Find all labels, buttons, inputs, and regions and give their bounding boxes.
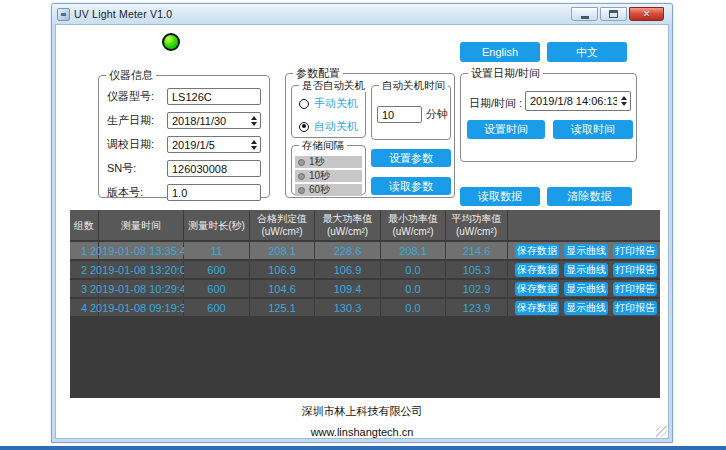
calibration-date-label: 调校日期: (107, 137, 167, 152)
auto-off-time-field[interactable] (378, 107, 421, 122)
cell-qualified-value: 125.1 (250, 299, 314, 316)
version-field[interactable] (168, 185, 260, 200)
cell-actions: 保存数据显示曲线打印报告 (508, 299, 660, 316)
device-model-field[interactable] (168, 89, 260, 104)
spinner-down-icon (621, 102, 627, 106)
production-date-row: 生产日期: (107, 112, 261, 129)
serial-number-field[interactable] (168, 161, 260, 176)
cell-max-power: 228.6 (315, 242, 380, 259)
spinner-up-icon (251, 140, 257, 144)
chinese-language-button[interactable]: 中文 (547, 42, 627, 62)
header-actions (508, 210, 660, 240)
table-row[interactable]: 1 2019-01-08 13:35:47 11 208.1 228.6 208… (70, 242, 660, 259)
auto-off-mode-title: 是否自动关机 (299, 79, 368, 92)
device-info-rows: 仪器型号: 生产日期: 调校日期: SN号: (99, 76, 269, 201)
cell-avg-power: 102.9 (446, 280, 507, 297)
spinner-down-icon (251, 122, 257, 126)
cell-min-power: 0.0 (381, 261, 445, 278)
read-data-button[interactable]: 读取数据 (460, 187, 540, 206)
calibration-date-row: 调校日期: (107, 136, 261, 153)
save-data-button[interactable]: 保存数据 (515, 263, 559, 277)
titlebar[interactable]: UV Light Meter V1.0 ✕ (52, 4, 672, 24)
read-time-button[interactable]: 读取时间 (553, 120, 633, 139)
cell-measure-time: 2019-01-08 10:29:40 (99, 280, 183, 297)
production-date-field[interactable] (168, 113, 247, 128)
set-time-button[interactable]: 设置时间 (467, 120, 545, 139)
auto-off-mode-subgroup: 是否自动关机 手动关机 自动关机 (291, 85, 366, 138)
print-report-button[interactable]: 打印报告 (613, 244, 657, 258)
spinner-up-icon (251, 116, 257, 120)
cell-avg-power: 214.6 (446, 242, 507, 259)
app-icon (57, 8, 70, 21)
version-row: 版本号: (107, 184, 261, 201)
cell-duration: 600 (184, 299, 249, 316)
save-data-button[interactable]: 保存数据 (515, 282, 559, 296)
header-measure-time: 测量时间 (99, 210, 183, 240)
show-curve-button[interactable]: 显示曲线 (564, 282, 608, 296)
resize-grip[interactable] (656, 426, 667, 437)
datetime-group-title: 设置日期/时间 (468, 67, 543, 80)
parameter-config-group: 参数配置 是否自动关机 手动关机 自动关机 自动关机时间 (285, 73, 455, 198)
cell-qualified-value: 208.1 (250, 242, 314, 259)
datetime-spinner[interactable] (617, 92, 630, 110)
serial-number-row: SN号: (107, 160, 261, 177)
show-curve-button[interactable]: 显示曲线 (564, 244, 608, 258)
minimize-button[interactable] (571, 7, 598, 21)
production-date-spinner[interactable] (247, 113, 260, 128)
header-duration: 测量时长(秒) (184, 210, 249, 240)
header-qualified-value: 合格判定值(uW/cm²) (250, 210, 314, 240)
window-title: UV Light Meter V1.0 (74, 8, 172, 20)
datetime-field[interactable] (526, 92, 617, 110)
print-report-button[interactable]: 打印报告 (613, 282, 657, 296)
datetime-group: 设置日期/时间 日期/时间 : 设置时间 读取时间 (460, 73, 637, 162)
interval-1s-label: 1秒 (309, 155, 325, 169)
calibration-date-spinner[interactable] (247, 137, 260, 152)
read-params-button[interactable]: 读取参数 (371, 177, 451, 195)
cell-duration: 600 (184, 261, 249, 278)
english-language-button[interactable]: English (460, 42, 540, 62)
print-report-button[interactable]: 打印报告 (613, 301, 657, 315)
maximize-button[interactable] (600, 7, 627, 21)
status-led-indicator (162, 33, 180, 51)
footer-company: 深圳市林上科技有限公司 (56, 404, 668, 419)
interval-60s-radio[interactable]: 60秒 (295, 184, 362, 196)
footer-website: www.linshangtech.cn (56, 426, 668, 438)
device-model-label: 仪器型号: (107, 89, 167, 104)
device-info-group: 仪器信息 仪器型号: 生产日期: 调校日期: (98, 75, 270, 198)
auto-off-radio[interactable]: 自动关机 (292, 119, 365, 134)
cell-max-power: 109.4 (315, 280, 380, 297)
manual-off-radio-circle (299, 99, 309, 109)
interval-10s-radio[interactable]: 10秒 (295, 170, 362, 182)
manual-off-radio[interactable]: 手动关机 (292, 96, 365, 111)
measurement-table: 组数 测量时间 测量时长(秒) 合格判定值(uW/cm²) 最大功率值(uW/c… (70, 210, 660, 398)
close-icon: ✕ (643, 9, 651, 19)
calibration-date-field[interactable] (168, 137, 247, 152)
table-row[interactable]: 2 2019-01-08 13:20:04 600 106.9 106.9 0.… (70, 261, 660, 278)
table-row[interactable]: 3 2019-01-08 10:29:40 600 104.6 109.4 0.… (70, 280, 660, 297)
close-button[interactable]: ✕ (629, 7, 664, 21)
set-params-button[interactable]: 设置参数 (371, 149, 451, 167)
show-curve-button[interactable]: 显示曲线 (564, 263, 608, 277)
auto-off-radio-label: 自动关机 (314, 119, 358, 134)
taskbar-edge (0, 446, 726, 450)
clear-data-button[interactable]: 清除数据 (547, 187, 632, 206)
cell-min-power: 0.0 (381, 280, 445, 297)
cell-measure-time: 2019-01-08 09:19:35 (99, 299, 183, 316)
interval-60s-radio-circle (298, 187, 305, 194)
cell-measure-time: 2019-01-08 13:35:47 (99, 242, 183, 259)
manual-off-radio-label: 手动关机 (314, 96, 358, 111)
minimize-icon (581, 16, 589, 19)
interval-1s-radio[interactable]: 1秒 (295, 156, 362, 168)
interval-10s-label: 10秒 (309, 169, 330, 183)
cell-max-power: 130.3 (315, 299, 380, 316)
save-data-button[interactable]: 保存数据 (515, 301, 559, 315)
table-body: 1 2019-01-08 13:35:47 11 208.1 228.6 208… (70, 242, 660, 316)
auto-off-time-subgroup: 自动关机时间 分钟 (371, 85, 451, 140)
version-label: 版本号: (107, 185, 167, 200)
print-report-button[interactable]: 打印报告 (613, 263, 657, 277)
save-data-button[interactable]: 保存数据 (515, 244, 559, 258)
table-row[interactable]: 4 2019-01-08 09:19:35 600 125.1 130.3 0.… (70, 299, 660, 316)
cell-measure-time: 2019-01-08 13:20:04 (99, 261, 183, 278)
show-curve-button[interactable]: 显示曲线 (564, 301, 608, 315)
interval-60s-label: 60秒 (309, 183, 330, 197)
